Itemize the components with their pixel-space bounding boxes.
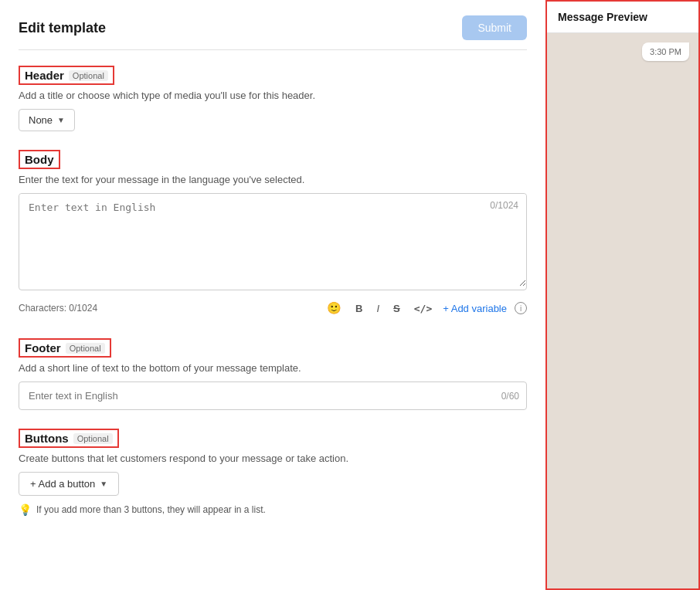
- info-icon[interactable]: i: [515, 302, 527, 314]
- header-label-text: Header: [25, 69, 64, 82]
- add-button-chevron-icon: ▼: [100, 480, 107, 488]
- buttons-title-row: Buttons Optional: [19, 429, 527, 448]
- add-button-button[interactable]: + Add a button ▼: [19, 472, 119, 496]
- emoji-button[interactable]: 🙂: [324, 300, 345, 317]
- buttons-description: Create buttons that let customers respon…: [19, 453, 527, 464]
- strikethrough-button[interactable]: S: [390, 301, 403, 316]
- buttons-hint-text: If you add more than 3 buttons, they wil…: [36, 504, 266, 515]
- submit-button[interactable]: Submit: [462, 15, 527, 40]
- header-dropdown-value: None: [29, 114, 53, 126]
- buttons-hint-row: 💡 If you add more than 3 buttons, they w…: [19, 504, 527, 516]
- buttons-section-label: Buttons Optional: [19, 429, 119, 448]
- footer-char-count: 0/60: [501, 391, 519, 402]
- preview-panel: Message Preview 3:30 PM: [545, 0, 700, 590]
- bold-button[interactable]: B: [352, 301, 365, 316]
- chevron-down-icon: ▼: [57, 116, 65, 124]
- footer-label-text: Footer: [25, 341, 61, 354]
- footer-input-wrapper: 0/60: [19, 381, 527, 410]
- buttons-label-text: Buttons: [25, 432, 69, 445]
- body-format-tools: 🙂 B I S </> + Add variable i: [324, 300, 527, 317]
- header-type-dropdown[interactable]: None ▼: [19, 109, 75, 131]
- preview-time: 3:30 PM: [650, 47, 681, 56]
- header-description: Add a title or choose which type of medi…: [19, 90, 527, 101]
- header-optional-badge: Optional: [69, 70, 108, 81]
- preview-chat-bubble: 3:30 PM: [642, 42, 689, 61]
- body-textarea-wrapper: 0/1024: [19, 193, 527, 290]
- buttons-optional-badge: Optional: [73, 433, 113, 444]
- body-section-label: Body: [19, 150, 60, 169]
- left-panel: Edit template Submit Header Optional Add…: [0, 0, 545, 590]
- preview-title: Message Preview: [547, 2, 698, 33]
- buttons-section: Buttons Optional Create buttons that let…: [19, 429, 527, 516]
- footer-section: Footer Optional Add a short line of text…: [19, 338, 527, 410]
- page-header: Edit template Submit: [19, 15, 527, 40]
- header-title-row: Header Optional: [19, 66, 527, 85]
- header-section-label: Header Optional: [19, 66, 114, 85]
- body-chars-label: Characters: 0/1024: [19, 303, 97, 314]
- body-section: Body Enter the text for your message in …: [19, 150, 527, 320]
- footer-title-row: Footer Optional: [19, 338, 527, 358]
- italic-button[interactable]: I: [373, 301, 382, 316]
- body-description: Enter the text for your message in the l…: [19, 174, 527, 185]
- add-button-label: + Add a button: [30, 478, 95, 490]
- code-button[interactable]: </>: [411, 301, 435, 316]
- body-char-count-inside: 0/1024: [490, 200, 518, 211]
- header-section: Header Optional Add a title or choose wh…: [19, 66, 527, 131]
- body-toolbar: Characters: 0/1024 🙂 B I S </> + Add var…: [19, 297, 527, 320]
- footer-description: Add a short line of text to the bottom o…: [19, 362, 527, 374]
- footer-input[interactable]: [19, 381, 527, 410]
- page-title: Edit template: [19, 20, 106, 36]
- emoji-icon: 🙂: [327, 301, 342, 314]
- bulb-icon: 💡: [19, 504, 32, 516]
- footer-section-label: Footer Optional: [19, 338, 111, 358]
- preview-chat-area: 3:30 PM: [547, 33, 698, 588]
- header-divider: [19, 49, 527, 50]
- body-title-row: Body: [19, 150, 527, 169]
- add-variable-button[interactable]: + Add variable: [443, 303, 507, 314]
- footer-optional-badge: Optional: [66, 343, 105, 354]
- body-textarea[interactable]: [19, 194, 526, 287]
